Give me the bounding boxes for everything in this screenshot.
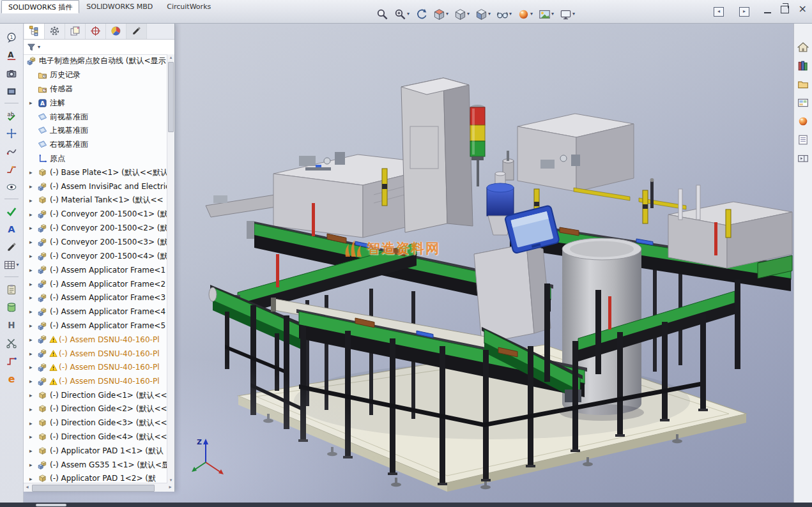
close-button[interactable]: × [799, 4, 807, 13]
scroll-up-icon[interactable]: ▴ [167, 55, 174, 60]
expand-arrow-icon[interactable]: ▸ [29, 267, 38, 273]
library-e-icon[interactable] [3, 370, 20, 386]
tree-item[interactable]: ▸(-) Conveyor 200-1500<4> (默 [23, 249, 167, 263]
home-icon[interactable] [795, 40, 811, 54]
tree-item[interactable]: ▸(-) Assem DSNU-40-160-Pl [23, 347, 167, 361]
tree-item[interactable]: ▸(-) Assem Applicator Frame<4 [23, 305, 167, 319]
table-icon[interactable]: ▾ [3, 257, 20, 273]
tree-item[interactable]: 右视基准面 [23, 138, 167, 152]
tree-item[interactable]: ▸注解 [23, 96, 167, 110]
tree-item[interactable]: ▸(-) Assem Applicator Frame<5 [23, 319, 167, 333]
signal-tower[interactable] [470, 105, 485, 186]
dropdown-caret-icon[interactable]: ▾ [530, 11, 533, 17]
edit-appearance-icon[interactable]: ▾ [517, 7, 533, 21]
tree-item[interactable]: 传感器 [23, 82, 167, 96]
tree-item[interactable]: ▸(-) Assem Applicator Frame<1 [23, 263, 167, 277]
dropdown-caret-icon[interactable]: ▾ [407, 11, 410, 17]
scroll-right-icon[interactable]: ▸ [166, 483, 174, 491]
move-component-icon[interactable] [3, 125, 20, 141]
vertical-scroll-thumb[interactable] [168, 62, 174, 132]
tree-filter-row[interactable]: ▾ [23, 40, 174, 55]
expand-arrow-icon[interactable]: ▸ [29, 462, 38, 468]
tree-item[interactable]: ▸(-) Assem DSNU-40-160-Pl [23, 361, 167, 375]
tree-item[interactable]: ▸(-) Assem DSNU-40-160-Pl [23, 333, 167, 347]
dropdown-caret-icon[interactable]: ▾ [16, 262, 19, 268]
tree-item[interactable]: ▸(-) Assem Applicator Frame<2 [23, 277, 167, 291]
cam-tab[interactable] [126, 23, 147, 39]
route-icon[interactable] [3, 352, 20, 368]
filter-funnel-icon[interactable] [27, 43, 36, 52]
display-style-icon[interactable]: ▾ [475, 7, 491, 21]
tree-item[interactable]: ▸(-) Assem InvisiPac and Electric [23, 179, 167, 193]
featuremanager-tab[interactable] [24, 23, 45, 39]
expand-arrow-icon[interactable]: ▸ [29, 448, 38, 454]
tree-item[interactable]: ▸(-) Base Plate<1> (默认<<默认 [23, 165, 167, 179]
weld-symbol-icon[interactable] [3, 161, 20, 177]
tree-item[interactable]: 原点 [23, 152, 167, 166]
tree-horizontal-scrollbar[interactable]: ◂ ▸ [23, 483, 174, 492]
expand-arrow-icon[interactable]: ▸ [29, 434, 38, 440]
tree-item[interactable]: ▸(-) Direction Gide<4> (默认<< [23, 430, 167, 444]
dropdown-caret-icon[interactable]: ▾ [509, 11, 512, 17]
dimxpert-tab[interactable] [86, 23, 106, 39]
commandmanager-tab[interactable]: SOLIDWORKS 插件 [1, 0, 79, 13]
expand-arrow-icon[interactable]: ▸ [29, 308, 38, 315]
dropdown-caret-icon[interactable]: ▾ [446, 11, 448, 17]
eye-icon[interactable] [3, 179, 20, 195]
configurationmanager-tab[interactable] [65, 23, 86, 39]
tree-item[interactable]: ▸(-) Applicator PAD 1<1> (默认 [23, 444, 167, 458]
hide-show-items-icon[interactable]: ▾ [496, 7, 512, 21]
expand-arrow-icon[interactable]: ▸ [29, 364, 38, 370]
tree-item[interactable]: ▸(-) Assem DSNU-40-160-Pl [23, 374, 167, 388]
tree-item[interactable]: 电子制造热熔点胶自动线 (默认<显示 [23, 54, 167, 68]
zoom-to-area-icon[interactable]: ▾ [394, 7, 410, 21]
minimize-button[interactable] [764, 4, 771, 13]
tree-item[interactable]: ▸(-) Direction Gide<3> (默认<< [23, 416, 167, 430]
dropdown-caret-icon[interactable]: ▾ [572, 11, 575, 17]
expand-arrow-icon[interactable]: ▸ [29, 378, 38, 384]
text-icon[interactable] [3, 221, 20, 237]
right-machine-box[interactable] [517, 114, 634, 192]
dropdown-caret-icon[interactable]: ▾ [551, 11, 554, 17]
filter-caret-icon[interactable]: ▾ [38, 45, 40, 50]
collapse-left-pane-icon[interactable]: ◂ [714, 7, 724, 17]
design-library-icon[interactable] [795, 58, 811, 73]
expand-arrow-icon[interactable]: ▸ [29, 239, 38, 245]
commandmanager-tab[interactable]: SOLIDWORKS MBD [79, 0, 160, 13]
restore-button[interactable] [781, 6, 789, 13]
expand-arrow-icon[interactable]: ▸ [29, 225, 38, 231]
dropdown-caret-icon[interactable]: ▾ [467, 11, 470, 17]
structural-member-icon[interactable] [3, 317, 20, 333]
tree-item[interactable]: ▸(-) Assem GS35 1<1> (默认<显 [23, 458, 167, 472]
clipboard-icon[interactable] [3, 281, 20, 297]
pencil-icon[interactable] [3, 239, 20, 255]
surface-finish-icon[interactable] [3, 143, 20, 159]
expand-arrow-icon[interactable]: ▸ [29, 294, 38, 301]
tree-item[interactable]: ▸(-) Conveyor 200-1500<1> (默 [23, 208, 167, 222]
tree-item[interactable]: ▸(-) Conveyor 200-1500<2> (默 [23, 222, 167, 236]
apply-scene-icon[interactable]: ▾ [538, 7, 555, 21]
dropdown-caret-icon[interactable]: ▾ [488, 11, 491, 17]
tree-item[interactable]: ▸(-) Direction Gide<2> (默认<< [23, 402, 167, 416]
view-orientation-icon[interactable]: ▾ [454, 7, 470, 21]
tree-item[interactable]: ▸(-) Conveyor 200-1500<3> (默 [23, 235, 167, 249]
tree-item[interactable]: ▸(-) Direction Gide<1> (默认<< [23, 388, 167, 402]
tree-item[interactable]: 前视基准面 [23, 110, 167, 124]
displaymanager-tab[interactable] [106, 23, 126, 39]
boss-feature-icon[interactable] [3, 299, 20, 315]
expand-arrow-icon[interactable]: ▸ [29, 281, 38, 287]
file-explorer-icon[interactable] [795, 77, 811, 91]
view-settings-icon[interactable]: ▾ [559, 7, 576, 21]
zoom-to-fit-icon[interactable] [376, 7, 389, 21]
expand-arrow-icon[interactable]: ▸ [29, 476, 38, 482]
tree-vertical-scrollbar[interactable]: ▴ ▾ [167, 54, 174, 483]
expand-arrow-icon[interactable]: ▸ [29, 253, 38, 259]
expand-arrow-icon[interactable]: ▸ [29, 337, 38, 343]
appearances-icon[interactable] [795, 114, 811, 128]
expand-arrow-icon[interactable]: ▸ [29, 322, 38, 329]
tree-item[interactable]: ▸(-) Assem Applicator Frame<3 [23, 291, 167, 305]
expand-arrow-icon[interactable]: ▸ [29, 211, 38, 218]
expand-arrow-icon[interactable]: ▸ [29, 169, 38, 176]
expand-arrow-icon[interactable]: ▸ [29, 392, 38, 398]
photo-icon[interactable] [3, 65, 20, 81]
